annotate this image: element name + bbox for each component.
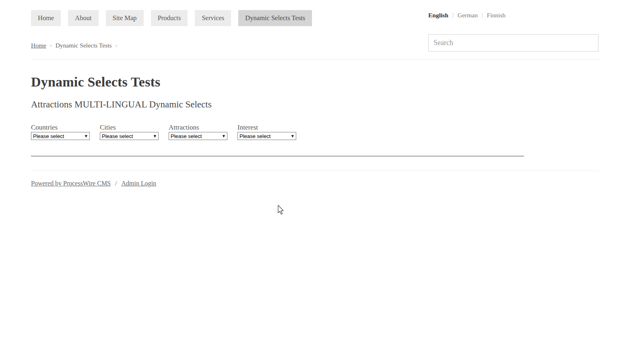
powered-by-processwire-link[interactable]: Powered by ProcessWire CMS [31,180,111,187]
mouse-cursor-icon [277,204,285,216]
countries-label: Countries [31,123,100,132]
language-english[interactable]: English [428,12,448,19]
form-divider [31,156,524,157]
cities-label: Cities [100,123,169,132]
field-attractions: Attractions Please select ▼ [169,123,237,140]
breadcrumb-home-link[interactable]: Home [31,42,46,49]
nav-item-services[interactable]: Services [195,10,231,26]
main-nav: Home About Site Map Products Services Dy… [31,10,312,26]
language-finnish[interactable]: Finnish [487,12,506,19]
footer-divider [31,171,599,171]
separator: | [482,12,483,19]
nav-item-site-map[interactable]: Site Map [106,10,144,26]
search-input[interactable] [428,34,599,52]
admin-login-link[interactable]: Admin Login [121,180,156,187]
attractions-select[interactable]: Please select [169,132,227,140]
cities-select[interactable]: Please select [100,132,159,140]
dynamic-selects-form: Countries Please select ▼ Cities Please … [31,123,306,140]
nav-item-home[interactable]: Home [31,10,61,26]
interest-select[interactable]: Please select [237,132,296,140]
field-cities: Cities Please select ▼ [100,123,169,140]
breadcrumb-current-page: Dynamic Selects Tests [56,42,112,49]
breadcrumb-separator-icon: > [50,43,52,49]
separator: | [452,12,454,19]
nav-item-dynamic-selects-tests[interactable]: Dynamic Selects Tests [238,10,312,26]
interest-label: Interest [237,123,306,132]
page-title: Dynamic Selects Tests [31,74,161,90]
language-german[interactable]: German [458,12,478,19]
footer: Powered by ProcessWire CMS / Admin Login [31,180,156,187]
header-divider [31,59,599,60]
language-switcher: English | German | Finnish [428,12,506,19]
field-countries: Countries Please select ▼ [31,123,100,140]
attractions-label: Attractions [169,123,237,132]
page-subtitle: Attractions MULTI-LINGUAL Dynamic Select… [31,99,212,110]
separator: / [115,180,117,187]
breadcrumb-separator-icon: > [115,43,118,49]
field-interest: Interest Please select ▼ [237,123,306,140]
nav-item-products[interactable]: Products [151,10,188,26]
countries-select[interactable]: Please select [31,132,90,140]
nav-item-about[interactable]: About [68,10,98,26]
breadcrumb: Home > Dynamic Selects Tests > [31,42,118,49]
